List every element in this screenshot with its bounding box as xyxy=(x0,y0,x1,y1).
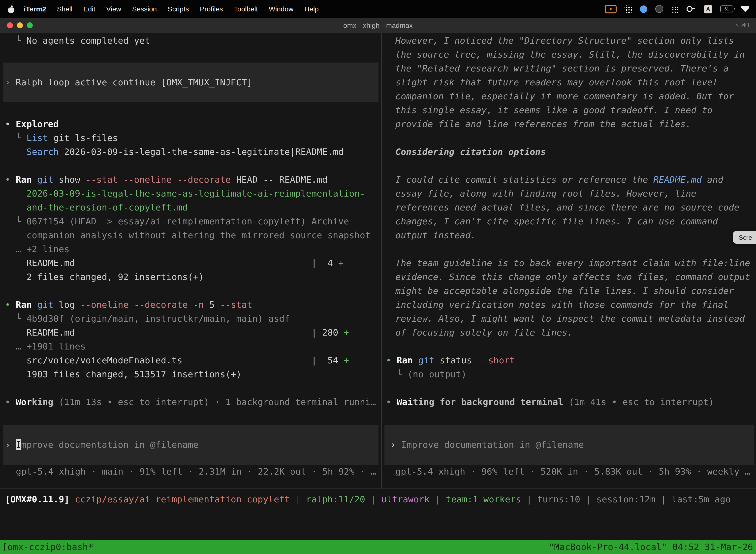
terminal-line: README.md | 4 + xyxy=(5,256,343,270)
pane-divider[interactable] xyxy=(381,33,381,489)
terminal-line: README.md | 280 + xyxy=(5,326,349,340)
terminal-line: • Explored xyxy=(5,117,59,131)
terminal-line: including verification notes with those … xyxy=(395,298,729,312)
dark-app-icon[interactable] xyxy=(655,5,663,13)
terminal-line: companion file, especially if more comme… xyxy=(395,89,734,103)
terminal-line: essay file, along with finding root file… xyxy=(395,187,696,201)
right-prompt-text: › Improve documentation in @filename xyxy=(390,438,584,452)
omx-status-line: [OMX#0.11.9] cczip/essay/ai-reimplementa… xyxy=(5,492,731,506)
inject-banner-text: › Ralph loop active continue [OMX_TMUX_I… xyxy=(5,75,252,89)
terminal-line: Search 2026-03-09-is-legal-the-same-as-l… xyxy=(5,145,344,159)
terminal-line: … +1901 lines xyxy=(5,340,85,353)
terminal-line: The team guideline is to back every impo… xyxy=(395,256,750,270)
terminal-line: changes, I can't cite specific file line… xyxy=(395,214,718,228)
notification-peek[interactable]: Scre xyxy=(733,231,756,244)
pane-bottom-border xyxy=(0,489,756,489)
menu-item-iterm2[interactable]: iTerm2 xyxy=(18,0,52,18)
terminal-line: └ (no output) xyxy=(386,367,466,381)
thinking-heading: Considering citation options xyxy=(395,145,546,159)
left-prompt-text: › Improve documentation in @filename xyxy=(5,438,198,452)
terminal-line: output instead. xyxy=(395,228,476,242)
grid-app-icon[interactable] xyxy=(625,5,632,13)
terminal-line: └ List git ls-files xyxy=(5,131,118,145)
terminal-line: However, I noticed the "Directory Struct… xyxy=(395,34,734,48)
menu-items: iTerm2ShellEditViewSessionScriptsProfile… xyxy=(18,0,324,18)
terminal-line: └ 4b9d30f (origin/main, instructkr/main,… xyxy=(5,312,290,326)
left-activity-line: • Working (11m 13s • esc to interrupt) ·… xyxy=(5,395,376,409)
terminal-line: of focusing solely on file lines. xyxy=(395,326,573,340)
right-status-line: gpt-5.4 xhigh · 96% left · 520K in · 5.8… xyxy=(395,465,750,479)
window-title: omx --xhigh --madmax xyxy=(0,18,756,33)
wifi-icon[interactable] xyxy=(741,6,749,12)
tmux-status-bar: [omx-cczip0:bash* "MacBook-Pro-44.local"… xyxy=(0,540,756,554)
key-icon[interactable] xyxy=(687,6,693,12)
screen-recording-icon[interactable] xyxy=(605,5,617,13)
terminal-line: … +2 lines xyxy=(5,242,69,256)
menu-item-session[interactable]: Session xyxy=(126,0,162,18)
terminal-line: references need actual files, and since … xyxy=(395,201,739,214)
terminal-line: 1903 files changed, 513517 insertions(+) xyxy=(5,367,242,381)
menu-item-help[interactable]: Help xyxy=(299,0,324,18)
terminal-line: src/voice/voiceModeEnabled.ts | 54 + xyxy=(5,353,349,367)
battery-icon[interactable]: 61 xyxy=(720,5,733,12)
terminal-line: slight risk that future readers may over… xyxy=(395,75,718,89)
terminal-line: provide file and line references from th… xyxy=(395,117,691,131)
menu-status-icons: A61 xyxy=(605,5,756,13)
terminal-line: this single essay, it seems like a good … xyxy=(395,103,712,117)
terminal-line: └ No agents completed yet xyxy=(5,34,150,48)
terminal-line: review. Also, I might want to inspect th… xyxy=(395,312,745,326)
terminal-line: and-the-erosion-of-copyleft.md xyxy=(5,201,188,214)
terminal-line: 2026-03-09-is-legal-the-same-as-legitima… xyxy=(5,187,365,201)
dots-grid-icon[interactable] xyxy=(671,5,679,13)
tmux-host-clock: "MacBook-Pro-44.local" 04:52 31-Mar-26 xyxy=(549,540,756,554)
right-activity-line: • Waiting for background terminal (1m 41… xyxy=(386,395,714,409)
terminal-line: • Ran git log --oneline --decorate -n 5 … xyxy=(5,298,252,312)
tmux-session-label: [omx-cczip0:bash* xyxy=(0,540,93,554)
terminal-line: └ 067f154 (HEAD -> essay/ai-reimplementa… xyxy=(5,214,349,228)
blue-app-icon[interactable] xyxy=(640,5,647,13)
menu-item-scripts[interactable]: Scripts xyxy=(162,0,194,18)
terminal-line: the source tree, missing the essay. Stil… xyxy=(395,48,745,62)
keyboard-layout-icon[interactable]: A xyxy=(704,5,712,13)
screen: iTerm2ShellEditViewSessionScriptsProfile… xyxy=(0,0,756,554)
terminal-line: • Ran git status --short xyxy=(386,353,515,367)
apple-menu-icon[interactable] xyxy=(8,5,14,13)
menu-bar: iTerm2ShellEditViewSessionScriptsProfile… xyxy=(0,0,756,18)
window-title-bar: omx --xhigh --madmax ⌥⌘1 xyxy=(0,18,756,33)
menu-item-edit[interactable]: Edit xyxy=(78,0,101,18)
notification-text: Scre xyxy=(739,233,752,241)
left-status-line: gpt-5.4 xhigh · main · 91% left · 2.31M … xyxy=(16,465,376,479)
menu-item-toolbelt[interactable]: Toolbelt xyxy=(229,0,263,18)
terminal-line: companion analysis without altering the … xyxy=(5,228,371,242)
terminal-line: 2 files changed, 92 insertions(+) xyxy=(5,270,204,284)
terminal-line: might be acceptable alongside the file l… xyxy=(395,284,734,298)
window-shortcut-badge: ⌥⌘1 xyxy=(734,18,750,33)
terminal-line: I could cite commit statistics or refere… xyxy=(395,173,723,187)
menu-item-profiles[interactable]: Profiles xyxy=(194,0,229,18)
menu-item-view[interactable]: View xyxy=(101,0,126,18)
menu-item-window[interactable]: Window xyxy=(263,0,299,18)
terminal-line: evidence. Since this change only affects… xyxy=(395,270,750,284)
menu-item-shell[interactable]: Shell xyxy=(52,0,78,18)
terminal-line: • Ran git show --stat --oneline --decora… xyxy=(5,173,328,187)
terminal-line: the "Related research writing" section i… xyxy=(395,62,729,75)
